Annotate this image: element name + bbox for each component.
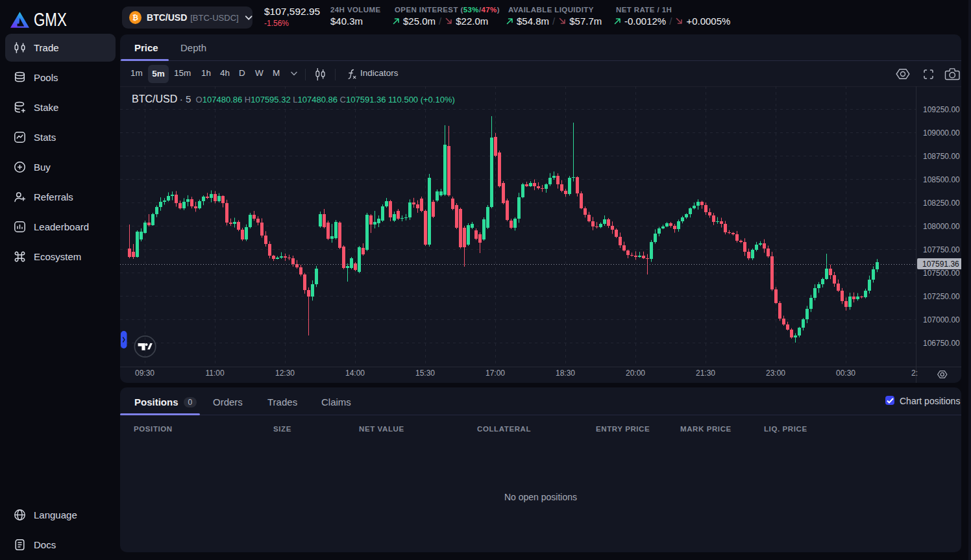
svg-text:17:00: 17:00 (486, 369, 505, 378)
svg-text:106750.00: 106750.00 (923, 339, 960, 348)
svg-text:107000.00: 107000.00 (923, 315, 960, 324)
svg-text:21:30: 21:30 (696, 369, 715, 378)
svg-text:107591.36: 107591.36 (922, 260, 959, 269)
svg-text:11:00: 11:00 (205, 369, 224, 378)
svg-text:20:00: 20:00 (626, 369, 645, 378)
svg-text:107500.00: 107500.00 (923, 269, 960, 278)
svg-text:18:30: 18:30 (556, 369, 575, 378)
svg-text:108750.00: 108750.00 (923, 152, 960, 161)
svg-text:108250.00: 108250.00 (923, 199, 960, 208)
svg-text:00:30: 00:30 (836, 369, 855, 378)
svg-text:15:30: 15:30 (415, 369, 435, 378)
svg-text:14:00: 14:00 (345, 369, 365, 378)
svg-text:2:: 2: (911, 369, 918, 378)
svg-text:107250.00: 107250.00 (923, 292, 960, 301)
svg-text:109000.00: 109000.00 (923, 128, 960, 138)
svg-text:107750.00: 107750.00 (923, 245, 960, 254)
svg-text:09:30: 09:30 (135, 369, 154, 378)
svg-text:12:30: 12:30 (275, 369, 295, 378)
svg-text:108000.00: 108000.00 (923, 222, 960, 231)
svg-text:109250.00: 109250.00 (923, 105, 960, 114)
svg-text:23:00: 23:00 (766, 369, 785, 378)
svg-text:108500.00: 108500.00 (923, 175, 960, 184)
